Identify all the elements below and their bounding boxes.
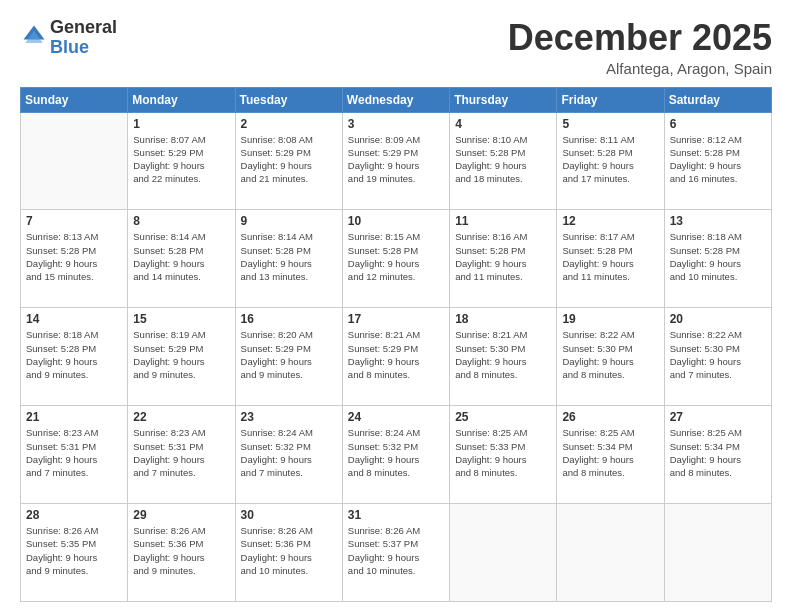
- col-sunday: Sunday: [21, 87, 128, 112]
- calendar: Sunday Monday Tuesday Wednesday Thursday…: [20, 87, 772, 602]
- title-block: December 2025 Alfantega, Aragon, Spain: [508, 18, 772, 77]
- table-row: 30Sunrise: 8:26 AMSunset: 5:36 PMDayligh…: [235, 504, 342, 602]
- logo: General Blue: [20, 18, 117, 58]
- day-info: Sunrise: 8:26 AMSunset: 5:35 PMDaylight:…: [26, 524, 122, 577]
- day-info: Sunrise: 8:21 AMSunset: 5:30 PMDaylight:…: [455, 328, 551, 381]
- day-info: Sunrise: 8:23 AMSunset: 5:31 PMDaylight:…: [26, 426, 122, 479]
- day-number: 17: [348, 312, 444, 326]
- table-row: [450, 504, 557, 602]
- col-tuesday: Tuesday: [235, 87, 342, 112]
- day-info: Sunrise: 8:22 AMSunset: 5:30 PMDaylight:…: [670, 328, 766, 381]
- day-number: 7: [26, 214, 122, 228]
- day-info: Sunrise: 8:23 AMSunset: 5:31 PMDaylight:…: [133, 426, 229, 479]
- table-row: 27Sunrise: 8:25 AMSunset: 5:34 PMDayligh…: [664, 406, 771, 504]
- day-number: 12: [562, 214, 658, 228]
- calendar-header-row: Sunday Monday Tuesday Wednesday Thursday…: [21, 87, 772, 112]
- day-number: 21: [26, 410, 122, 424]
- day-number: 29: [133, 508, 229, 522]
- day-number: 31: [348, 508, 444, 522]
- day-number: 5: [562, 117, 658, 131]
- logo-text: General Blue: [50, 18, 117, 58]
- day-info: Sunrise: 8:22 AMSunset: 5:30 PMDaylight:…: [562, 328, 658, 381]
- day-info: Sunrise: 8:21 AMSunset: 5:29 PMDaylight:…: [348, 328, 444, 381]
- day-info: Sunrise: 8:19 AMSunset: 5:29 PMDaylight:…: [133, 328, 229, 381]
- table-row: 5Sunrise: 8:11 AMSunset: 5:28 PMDaylight…: [557, 112, 664, 210]
- table-row: 3Sunrise: 8:09 AMSunset: 5:29 PMDaylight…: [342, 112, 449, 210]
- table-row: 1Sunrise: 8:07 AMSunset: 5:29 PMDaylight…: [128, 112, 235, 210]
- col-friday: Friday: [557, 87, 664, 112]
- table-row: 13Sunrise: 8:18 AMSunset: 5:28 PMDayligh…: [664, 210, 771, 308]
- day-number: 1: [133, 117, 229, 131]
- table-row: 20Sunrise: 8:22 AMSunset: 5:30 PMDayligh…: [664, 308, 771, 406]
- day-number: 4: [455, 117, 551, 131]
- table-row: 28Sunrise: 8:26 AMSunset: 5:35 PMDayligh…: [21, 504, 128, 602]
- day-info: Sunrise: 8:13 AMSunset: 5:28 PMDaylight:…: [26, 230, 122, 283]
- day-number: 28: [26, 508, 122, 522]
- table-row: 8Sunrise: 8:14 AMSunset: 5:28 PMDaylight…: [128, 210, 235, 308]
- day-info: Sunrise: 8:24 AMSunset: 5:32 PMDaylight:…: [241, 426, 337, 479]
- logo-icon: [20, 22, 48, 50]
- day-info: Sunrise: 8:25 AMSunset: 5:34 PMDaylight:…: [670, 426, 766, 479]
- day-info: Sunrise: 8:20 AMSunset: 5:29 PMDaylight:…: [241, 328, 337, 381]
- table-row: [664, 504, 771, 602]
- day-info: Sunrise: 8:18 AMSunset: 5:28 PMDaylight:…: [26, 328, 122, 381]
- day-number: 3: [348, 117, 444, 131]
- day-info: Sunrise: 8:17 AMSunset: 5:28 PMDaylight:…: [562, 230, 658, 283]
- table-row: 24Sunrise: 8:24 AMSunset: 5:32 PMDayligh…: [342, 406, 449, 504]
- day-number: 22: [133, 410, 229, 424]
- logo-blue: Blue: [50, 37, 89, 57]
- location: Alfantega, Aragon, Spain: [508, 60, 772, 77]
- day-info: Sunrise: 8:26 AMSunset: 5:37 PMDaylight:…: [348, 524, 444, 577]
- day-info: Sunrise: 8:14 AMSunset: 5:28 PMDaylight:…: [241, 230, 337, 283]
- table-row: 2Sunrise: 8:08 AMSunset: 5:29 PMDaylight…: [235, 112, 342, 210]
- table-row: 4Sunrise: 8:10 AMSunset: 5:28 PMDaylight…: [450, 112, 557, 210]
- table-row: 18Sunrise: 8:21 AMSunset: 5:30 PMDayligh…: [450, 308, 557, 406]
- day-number: 19: [562, 312, 658, 326]
- page: General Blue December 2025 Alfantega, Ar…: [0, 0, 792, 612]
- day-info: Sunrise: 8:25 AMSunset: 5:33 PMDaylight:…: [455, 426, 551, 479]
- day-number: 30: [241, 508, 337, 522]
- day-number: 15: [133, 312, 229, 326]
- day-number: 13: [670, 214, 766, 228]
- table-row: 21Sunrise: 8:23 AMSunset: 5:31 PMDayligh…: [21, 406, 128, 504]
- day-info: Sunrise: 8:15 AMSunset: 5:28 PMDaylight:…: [348, 230, 444, 283]
- table-row: 12Sunrise: 8:17 AMSunset: 5:28 PMDayligh…: [557, 210, 664, 308]
- table-row: 7Sunrise: 8:13 AMSunset: 5:28 PMDaylight…: [21, 210, 128, 308]
- day-number: 8: [133, 214, 229, 228]
- day-info: Sunrise: 8:26 AMSunset: 5:36 PMDaylight:…: [133, 524, 229, 577]
- day-number: 9: [241, 214, 337, 228]
- day-info: Sunrise: 8:16 AMSunset: 5:28 PMDaylight:…: [455, 230, 551, 283]
- table-row: [557, 504, 664, 602]
- day-number: 10: [348, 214, 444, 228]
- table-row: 22Sunrise: 8:23 AMSunset: 5:31 PMDayligh…: [128, 406, 235, 504]
- day-number: 6: [670, 117, 766, 131]
- day-number: 25: [455, 410, 551, 424]
- table-row: 9Sunrise: 8:14 AMSunset: 5:28 PMDaylight…: [235, 210, 342, 308]
- day-info: Sunrise: 8:07 AMSunset: 5:29 PMDaylight:…: [133, 133, 229, 186]
- day-info: Sunrise: 8:11 AMSunset: 5:28 PMDaylight:…: [562, 133, 658, 186]
- header: General Blue December 2025 Alfantega, Ar…: [20, 18, 772, 77]
- day-number: 20: [670, 312, 766, 326]
- col-wednesday: Wednesday: [342, 87, 449, 112]
- day-info: Sunrise: 8:14 AMSunset: 5:28 PMDaylight:…: [133, 230, 229, 283]
- table-row: 17Sunrise: 8:21 AMSunset: 5:29 PMDayligh…: [342, 308, 449, 406]
- day-number: 14: [26, 312, 122, 326]
- day-number: 11: [455, 214, 551, 228]
- day-info: Sunrise: 8:26 AMSunset: 5:36 PMDaylight:…: [241, 524, 337, 577]
- day-info: Sunrise: 8:12 AMSunset: 5:28 PMDaylight:…: [670, 133, 766, 186]
- day-number: 18: [455, 312, 551, 326]
- day-number: 26: [562, 410, 658, 424]
- day-info: Sunrise: 8:08 AMSunset: 5:29 PMDaylight:…: [241, 133, 337, 186]
- table-row: 6Sunrise: 8:12 AMSunset: 5:28 PMDaylight…: [664, 112, 771, 210]
- day-number: 24: [348, 410, 444, 424]
- day-info: Sunrise: 8:25 AMSunset: 5:34 PMDaylight:…: [562, 426, 658, 479]
- day-number: 27: [670, 410, 766, 424]
- table-row: 31Sunrise: 8:26 AMSunset: 5:37 PMDayligh…: [342, 504, 449, 602]
- col-monday: Monday: [128, 87, 235, 112]
- day-info: Sunrise: 8:10 AMSunset: 5:28 PMDaylight:…: [455, 133, 551, 186]
- day-number: 16: [241, 312, 337, 326]
- day-info: Sunrise: 8:09 AMSunset: 5:29 PMDaylight:…: [348, 133, 444, 186]
- month-title: December 2025: [508, 18, 772, 58]
- table-row: 10Sunrise: 8:15 AMSunset: 5:28 PMDayligh…: [342, 210, 449, 308]
- table-row: [21, 112, 128, 210]
